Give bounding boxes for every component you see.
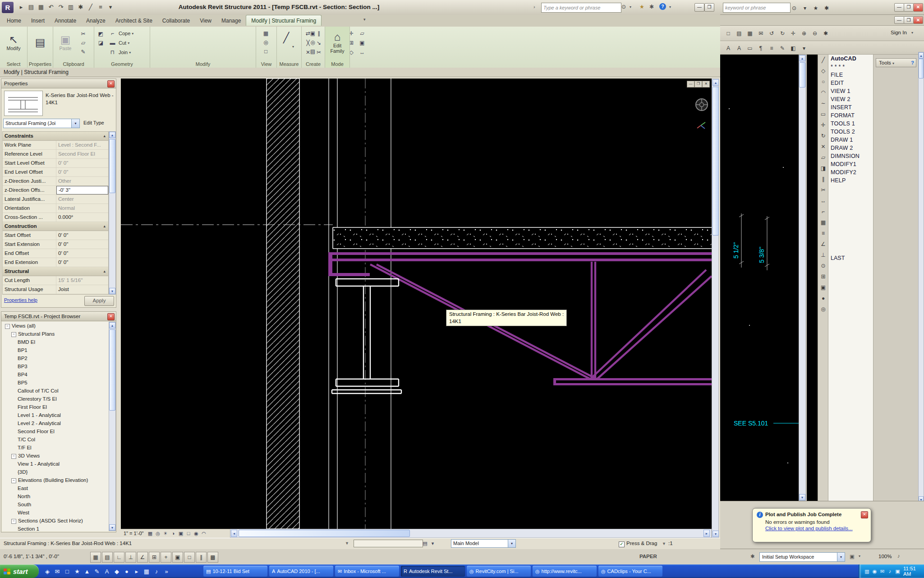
trim-icon[interactable]: ✂ — [818, 185, 828, 195]
tree-item[interactable]: BMD El — [2, 338, 109, 346]
lwt-toggle[interactable]: □ — [184, 552, 195, 563]
prop-value[interactable]: 0' 0" — [56, 159, 108, 167]
start-button[interactable]: start — [0, 564, 39, 578]
scroll-down-icon[interactable]: ▼ — [713, 531, 719, 537]
tree-expander-icon[interactable]: − — [11, 332, 16, 337]
view-close-icon[interactable]: ✕ — [702, 81, 710, 88]
section-header-structural[interactable]: Structural▴ — [3, 267, 108, 276]
acad-search-input[interactable] — [723, 3, 791, 13]
justify-icon[interactable]: ≡ — [766, 43, 777, 53]
reveal-hidden-icon[interactable]: ◉ — [192, 529, 200, 538]
move-icon[interactable]: ✛ — [818, 120, 828, 130]
copy-icon[interactable]: ▱ — [357, 28, 368, 38]
revit-minimize-button[interactable]: — — [694, 3, 704, 12]
thin-lines-icon[interactable]: ▦ — [261, 29, 271, 38]
tree-item[interactable]: North — [2, 492, 109, 500]
measure-ruler-icon[interactable]: ╱ — [283, 32, 289, 44]
task-outlook[interactable]: ✉Inbox - Microsoft ... — [335, 566, 399, 577]
prop-value[interactable]: Normal — [56, 204, 108, 213]
hatch-icon[interactable]: ▦ — [818, 217, 828, 228]
tree-item[interactable]: First Floor El — [2, 403, 109, 411]
scroll-left-icon[interactable]: ◄ — [231, 530, 237, 537]
prop-value[interactable]: 0' 0" — [56, 240, 108, 249]
launch-icon[interactable]: ▲ — [82, 566, 92, 576]
prop-value[interactable]: Other — [56, 177, 108, 185]
match-type-icon[interactable]: ✎ — [78, 47, 88, 56]
canvas-vertical-scrollbar[interactable]: ▲ ▼ — [712, 79, 719, 538]
tree-item[interactable]: Second Floor El — [2, 427, 109, 435]
screen-menu-item-modify2[interactable]: MODIFY2 — [828, 168, 873, 176]
tab-insert[interactable]: Insert — [26, 15, 50, 26]
section-view-canvas[interactable]: — ❐ ✕ Structural Framing : K-Series Bar … — [121, 79, 712, 529]
search-binoculars-icon[interactable]: ⊙ — [789, 3, 800, 13]
pan-icon[interactable]: ✛ — [788, 28, 799, 38]
scroll-down-icon[interactable]: ▼ — [799, 494, 805, 500]
scroll-up-icon[interactable]: ▲ — [799, 55, 805, 61]
screen-menu-item-format[interactable]: FORMAT — [828, 111, 873, 120]
display-icon[interactable]: ▥ — [863, 569, 871, 574]
wall-joins-icon[interactable]: ◪ — [96, 38, 106, 47]
modify-button[interactable]: ↖ Modify — [3, 28, 24, 56]
annotation-scale-zoom[interactable]: 100% — [878, 554, 892, 559]
scroll-up-icon[interactable]: ▲ — [713, 79, 719, 86]
paste-button[interactable]: ▣ Paste — [55, 28, 76, 56]
project-browser-title[interactable]: Temp FSCB.rvt - Project Browser ✕ — [1, 312, 116, 321]
scroll-up-icon[interactable]: ▲ — [109, 132, 115, 138]
browser-scrollbar[interactable]: ▲ ▼ — [109, 322, 116, 531]
scroll-down-icon[interactable]: ▼ — [109, 288, 115, 294]
acad-restore-button[interactable]: ❐ — [904, 3, 914, 12]
tree-item[interactable]: Callout of T/C Col — [2, 387, 109, 395]
screen-menu-item-help[interactable]: HELP — [828, 176, 873, 185]
type-selector[interactable]: Structural Framing (Joi▾ — [3, 119, 80, 128]
section-header-construction[interactable]: Construction▴ — [3, 222, 108, 231]
plot-icon[interactable]: ✉ — [755, 28, 766, 38]
visual-style-icon[interactable]: ◎ — [154, 529, 161, 538]
screen-menu-item-view-2[interactable]: VIEW 2 — [828, 95, 873, 103]
autocad-icon[interactable]: A — [102, 566, 112, 576]
properties-palette-title[interactable]: Properties ✕ — [1, 79, 116, 88]
ribbon-state-toggle-icon[interactable]: ▾ — [363, 17, 366, 22]
tree-expander-icon[interactable]: − — [11, 454, 16, 459]
close-icon[interactable]: ✕ — [107, 80, 115, 88]
measure-caret-icon[interactable]: ▾ — [292, 45, 294, 49]
acad-drawing-scrollbar[interactable]: ▲ ▼ — [799, 55, 806, 501]
polar-toggle[interactable]: ⊥ — [125, 552, 136, 563]
filter-icon[interactable]: ▼ — [662, 539, 666, 549]
help-icon[interactable]: ? — [911, 59, 914, 67]
prop-value[interactable]: 0.000° — [56, 213, 108, 222]
erase-icon[interactable]: ✕ — [818, 141, 828, 152]
view-minimize-icon[interactable]: — — [687, 81, 694, 88]
prop-value[interactable]: Second Floor El — [56, 150, 108, 158]
tree-item[interactable]: T/C Col — [2, 435, 109, 444]
search-arrow-icon[interactable]: ▾ — [800, 3, 810, 13]
detail-level-icon[interactable]: ▦ — [146, 529, 154, 538]
view-restore-icon[interactable]: ❐ — [694, 81, 702, 88]
tree-expander-icon[interactable]: − — [5, 324, 10, 329]
paragraph-icon[interactable]: ¶ — [755, 43, 766, 53]
scroll-up-icon[interactable]: ▲ — [919, 52, 924, 59]
stretch-icon[interactable]: ↔ — [357, 47, 368, 57]
edit-icon[interactable]: ✎ — [777, 43, 788, 53]
rectangle-icon[interactable]: ▭ — [818, 109, 828, 120]
view-scale[interactable]: 1" = 1'-0" — [121, 531, 146, 536]
circle-icon[interactable]: ○ — [818, 76, 828, 87]
zoom-icon[interactable]: ◎ — [818, 304, 828, 314]
prop-value[interactable]: Joist — [56, 285, 108, 294]
media-icon[interactable]: ▸ — [132, 566, 142, 576]
search-binoculars-icon[interactable]: ⊙ — [621, 4, 626, 10]
tree-item[interactable]: South — [2, 500, 109, 509]
cut-button[interactable]: ▬Cut▾ — [108, 38, 133, 47]
tab-modify-structural-framing[interactable]: Modify | Structural Framing — [246, 15, 322, 26]
mail-tray-icon[interactable]: ✉ — [878, 569, 886, 574]
sun-path-icon[interactable]: ☀ — [161, 529, 169, 538]
screen-menu-item-last[interactable]: LAST — [831, 255, 845, 261]
prop-value[interactable]: 0' 0" — [56, 258, 108, 267]
plot-notification-balloon[interactable]: ✕ iPlot and Publish Job Complete No erro… — [752, 508, 871, 542]
mirror-icon[interactable]: ◨ — [818, 163, 828, 174]
tree-item[interactable]: BP2 — [2, 354, 109, 362]
screen-menu-item-edit[interactable]: EDIT — [828, 79, 873, 87]
dim-icon[interactable]: ∠ — [818, 239, 828, 250]
qnew-icon[interactable]: □ — [723, 28, 734, 38]
tab-home[interactable]: Home — [2, 15, 26, 26]
balloon-close-icon[interactable]: ✕ — [861, 511, 868, 518]
